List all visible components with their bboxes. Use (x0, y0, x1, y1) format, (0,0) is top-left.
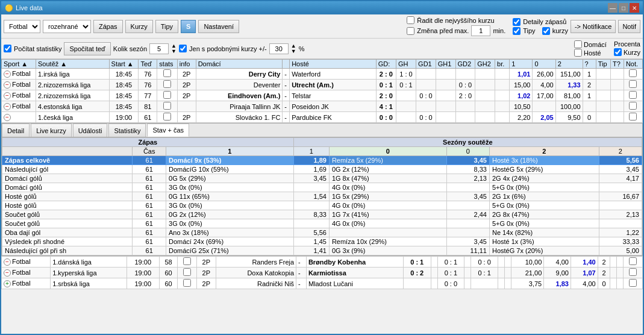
kurzy-spin-arrows[interactable]: ▲▼ (291, 43, 296, 54)
stats-cas: 61 (133, 192, 166, 201)
sport-dropdown[interactable]: Fotbal (4, 20, 40, 33)
stats-check[interactable] (163, 80, 171, 88)
expand-icon[interactable]: + (4, 280, 11, 287)
stats-check[interactable] (183, 279, 191, 287)
stats-check[interactable] (183, 268, 191, 276)
zmena-spin[interactable] (471, 25, 490, 36)
tab-statistiky[interactable]: Statistiky (108, 124, 146, 137)
table-row[interactable]: −Fotbal 4.estonská liga 18:45 81 Piraaja… (2, 101, 643, 112)
not-check[interactable] (629, 80, 637, 88)
stats-col1b: 4G 0x (0%) (329, 219, 446, 228)
start-cell: 19:00 (109, 112, 139, 123)
expand-icon[interactable]: − (4, 114, 11, 121)
table-row[interactable]: −Fotbal 2.nizozemská liga 18:45 76 2P De… (2, 80, 643, 90)
th-q: ? (583, 60, 596, 69)
ted-cell: 60 (159, 268, 177, 278)
stats-check[interactable] (163, 102, 171, 110)
jen-checkbox[interactable] (179, 45, 187, 52)
not-check[interactable] (629, 91, 637, 99)
th-soutez[interactable]: Soutěž ▲ (36, 60, 110, 69)
not-check[interactable] (629, 257, 637, 265)
soutez-cell: 4.estonská liga (36, 101, 110, 112)
spocitat-button[interactable]: Spočítat teď (64, 42, 110, 55)
scrollable-area[interactable]: Sport ▲ Soutěž ▲ Start ▲ Teď stats info … (1, 59, 643, 334)
hoste-checkbox[interactable] (574, 49, 582, 57)
gh2-cell (475, 101, 495, 112)
kurzy-button[interactable]: Kurzy (125, 20, 153, 33)
stats-cas: 61 (133, 246, 166, 255)
not-check[interactable] (629, 268, 637, 276)
info-cell: 2P (177, 80, 196, 90)
stats-check[interactable] (163, 69, 171, 77)
tipy-checkbox[interactable] (513, 27, 521, 35)
not-check[interactable] (629, 69, 637, 77)
table-row[interactable]: −Fotbal 1.irská liga 18:45 76 2P Derry C… (2, 69, 643, 80)
tab-stav-cas[interactable]: Stav + čas (147, 124, 189, 137)
sport-cell: − (2, 112, 36, 123)
vs-sep: - (296, 268, 307, 278)
tab-detail[interactable]: Detail (2, 124, 30, 137)
not-check[interactable] (629, 279, 637, 287)
radit-checkbox[interactable] (407, 16, 414, 24)
t-cell (610, 112, 624, 123)
minimize-button[interactable]: — (608, 3, 617, 13)
kurzy-spin[interactable] (269, 43, 289, 54)
table-row[interactable]: −Fotbal 1.dánská liga 19:00 58 2P Rander… (2, 257, 643, 268)
sezon-spin[interactable] (149, 43, 169, 54)
tab-live-kurzy[interactable]: Live kurzy (31, 124, 72, 137)
expand-icon[interactable]: − (4, 269, 11, 277)
stats-col1b: 1G 8x (47%) (329, 174, 446, 183)
stats-label: Výsledek při shodné (2, 237, 133, 246)
phase-dropdown[interactable]: rozehrané (43, 20, 91, 33)
sport-cell: −Fotbal (2, 101, 36, 112)
stats-cas: 61 (133, 165, 166, 174)
stats-cas: 61 (133, 219, 166, 228)
table-row[interactable]: − 1.česká liga 19:00 61 2P Slovácko 1. F… (2, 112, 643, 123)
not-check[interactable] (629, 113, 637, 121)
kurzy-tb1-checkbox[interactable] (542, 27, 550, 35)
table-row[interactable]: +Fotbal 1.srbská liga 19:00 60 2P Radnič… (2, 278, 643, 289)
main-window: 🟡 Live data — □ ✕ Fotbal rozehrané Zápas… (0, 0, 644, 335)
table-row[interactable]: −Fotbal 1.kyperská liga 19:00 60 2P Doxa… (2, 268, 643, 278)
notifikace-button[interactable]: -> Notifikace (571, 20, 616, 33)
gh-cell (431, 257, 437, 268)
domaci-checkbox[interactable] (574, 40, 582, 48)
zapas-button[interactable]: Zápas (93, 20, 123, 33)
sport-cell: −Fotbal (2, 268, 51, 278)
gd1-cell (416, 101, 436, 112)
detaily-checkbox[interactable] (513, 18, 521, 26)
t-cell (617, 278, 624, 289)
k1-cell: 1,02 (510, 90, 533, 101)
zmena-checkbox[interactable] (407, 27, 414, 35)
expand-icon[interactable]: − (4, 103, 11, 110)
tab-udalosti[interactable]: Události (73, 124, 108, 137)
expand-icon[interactable]: − (4, 258, 11, 266)
close-button[interactable]: ✕ (630, 3, 639, 13)
pocitat-checkbox[interactable] (4, 45, 11, 52)
tipy-button[interactable]: Tipy (155, 20, 178, 33)
expand-icon[interactable]: − (4, 81, 11, 89)
th-start[interactable]: Start ▲ (109, 60, 139, 69)
th-2: 2 (555, 60, 583, 69)
expand-icon[interactable]: − (4, 70, 11, 78)
spin-arrows[interactable]: ▲▼ (171, 43, 177, 54)
not-check[interactable] (629, 102, 637, 110)
stats-val1c: 3,45 (599, 165, 642, 174)
expand-icon[interactable]: − (4, 92, 11, 99)
stats-check[interactable] (163, 91, 171, 99)
soutez-cell: 2.nizozemská liga (36, 80, 110, 90)
table-row[interactable]: −Fotbal 2.nizozemská liga 18:45 77 2P Ei… (2, 90, 643, 101)
stats-check[interactable] (183, 257, 191, 265)
stats-check[interactable] (163, 113, 171, 121)
info-cell: 2P (177, 90, 196, 101)
gh-cell (431, 268, 437, 278)
not-cell (624, 101, 642, 112)
maximize-button[interactable]: □ (619, 3, 628, 13)
nastaveni-button[interactable]: Nastavení (198, 20, 239, 33)
start-cell: 19:00 (127, 278, 159, 289)
stats-cell (157, 112, 177, 123)
kurzy2-checkbox[interactable] (614, 48, 622, 56)
s-button[interactable]: S (181, 20, 196, 33)
notif2-button[interactable]: Notif (618, 20, 640, 33)
th-gd: GD: (376, 60, 396, 69)
